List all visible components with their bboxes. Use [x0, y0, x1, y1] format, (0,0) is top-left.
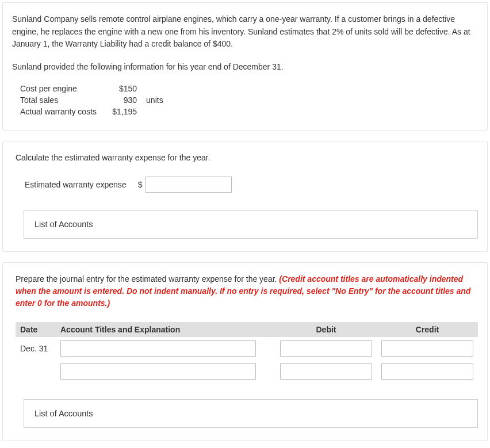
info-value: 930 [101, 94, 141, 106]
info-row: Actual warranty costs $1,195 [16, 106, 168, 117]
info-row: Total sales 930 units [16, 94, 168, 106]
list-of-accounts-label: List of Accounts [35, 409, 93, 418]
header-debit: Debit [275, 322, 377, 337]
journal-instruction: Prepare the journal entry for the estima… [16, 273, 478, 309]
journal-panel: Prepare the journal entry for the estima… [2, 262, 488, 441]
info-label: Cost per engine [16, 83, 101, 94]
info-unit [141, 83, 168, 94]
credit-input[interactable] [381, 340, 473, 357]
header-date: Date [16, 322, 56, 337]
journal-instruction-black: Prepare the journal entry for the estima… [16, 274, 279, 284]
list-of-accounts-button[interactable]: List of Accounts [24, 399, 478, 428]
journal-table: Date Account Titles and Explanation Debi… [16, 322, 478, 383]
expense-label: Estimated warranty expense [25, 180, 127, 189]
info-value: $150 [101, 83, 141, 94]
info-label: Actual warranty costs [16, 106, 101, 117]
list-of-accounts-label: List of Accounts [35, 220, 93, 229]
expense-input-row: Estimated warranty expense $ [25, 177, 478, 193]
info-table: Cost per engine $150 Total sales 930 uni… [16, 83, 168, 117]
header-credit: Credit [377, 322, 478, 337]
journal-row: Dec. 31 [16, 337, 478, 360]
estimated-expense-input[interactable] [146, 177, 232, 193]
info-unit: units [141, 94, 168, 106]
problem-panel: Sunland Company sells remote control air… [2, 2, 488, 131]
journal-header-row: Date Account Titles and Explanation Debi… [16, 322, 478, 337]
intro-text: Sunland Company sells remote control air… [12, 13, 478, 51]
info-unit [141, 106, 168, 117]
info-label: Total sales [16, 94, 101, 106]
debit-input[interactable] [280, 363, 372, 380]
journal-row [16, 360, 478, 383]
journal-date: Dec. 31 [16, 337, 56, 360]
calc-panel: Calculate the estimated warranty expense… [2, 141, 488, 252]
info-row: Cost per engine $150 [16, 83, 168, 94]
info-value: $1,195 [101, 106, 141, 117]
account-title-input[interactable] [60, 363, 256, 380]
list-of-accounts-button[interactable]: List of Accounts [24, 210, 478, 239]
credit-input[interactable] [381, 363, 473, 380]
dollar-sign: $ [138, 180, 143, 189]
debit-input[interactable] [280, 340, 372, 357]
calc-instruction: Calculate the estimated warranty expense… [16, 152, 478, 164]
account-title-input[interactable] [60, 340, 256, 357]
sub-text: Sunland provided the following informati… [12, 61, 478, 74]
header-account: Account Titles and Explanation [56, 322, 275, 337]
journal-date-empty [16, 360, 56, 383]
